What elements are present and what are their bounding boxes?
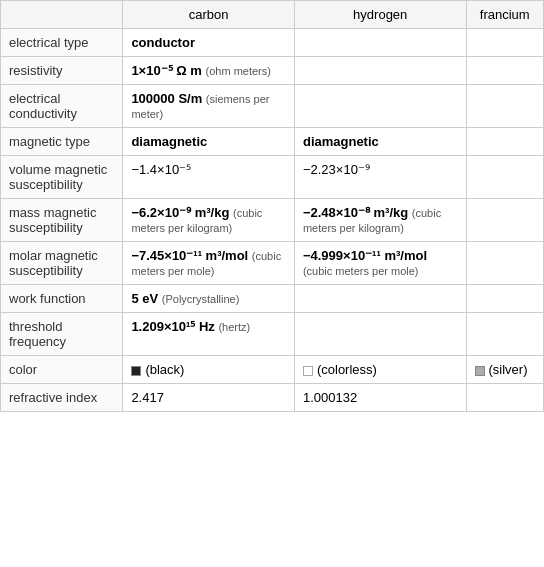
carbon-value: 5 eV (Polycrystalline): [123, 285, 295, 313]
hydrogen-value: (colorless): [294, 356, 466, 384]
table-row: volume magnetic susceptibility−1.4×10⁻⁵−…: [1, 156, 544, 199]
francium-value: (silver): [466, 356, 543, 384]
francium-value: [466, 156, 543, 199]
table-row: resistivity1×10⁻⁵ Ω m (ohm meters): [1, 57, 544, 85]
table-row: color(black)(colorless)(silver): [1, 356, 544, 384]
table-row: refractive index2.4171.000132: [1, 384, 544, 412]
table-row: work function5 eV (Polycrystalline): [1, 285, 544, 313]
carbon-value: −1.4×10⁻⁵: [123, 156, 295, 199]
property-label: electrical conductivity: [1, 85, 123, 128]
hydrogen-value: [294, 285, 466, 313]
francium-value: [466, 199, 543, 242]
francium-value: [466, 242, 543, 285]
property-label: refractive index: [1, 384, 123, 412]
carbon-value: (black): [123, 356, 295, 384]
header-francium: francium: [466, 1, 543, 29]
table-row: electrical conductivity100000 S/m (sieme…: [1, 85, 544, 128]
carbon-value: −6.2×10⁻⁹ m³/kg (cubic meters per kilogr…: [123, 199, 295, 242]
hydrogen-value: [294, 29, 466, 57]
properties-table: carbon hydrogen francium electrical type…: [0, 0, 544, 412]
property-label: threshold frequency: [1, 313, 123, 356]
hydrogen-value: −2.23×10⁻⁹: [294, 156, 466, 199]
francium-value: [466, 85, 543, 128]
carbon-value: 1.209×10¹⁵ Hz (hertz): [123, 313, 295, 356]
hydrogen-value: [294, 313, 466, 356]
hydrogen-value: [294, 85, 466, 128]
francium-value: [466, 57, 543, 85]
table-row: mass magnetic susceptibility−6.2×10⁻⁹ m³…: [1, 199, 544, 242]
table-row: molar magnetic susceptibility−7.45×10⁻¹¹…: [1, 242, 544, 285]
carbon-value: 1×10⁻⁵ Ω m (ohm meters): [123, 57, 295, 85]
header-hydrogen: hydrogen: [294, 1, 466, 29]
hydrogen-value: 1.000132: [294, 384, 466, 412]
table-row: magnetic typediamagneticdiamagnetic: [1, 128, 544, 156]
francium-value: [466, 128, 543, 156]
property-label: magnetic type: [1, 128, 123, 156]
property-label: work function: [1, 285, 123, 313]
carbon-value: diamagnetic: [123, 128, 295, 156]
property-label: electrical type: [1, 29, 123, 57]
property-label: resistivity: [1, 57, 123, 85]
carbon-value: conductor: [123, 29, 295, 57]
header-carbon: carbon: [123, 1, 295, 29]
hydrogen-value: diamagnetic: [294, 128, 466, 156]
carbon-value: 100000 S/m (siemens per meter): [123, 85, 295, 128]
francium-value: [466, 313, 543, 356]
carbon-value: 2.417: [123, 384, 295, 412]
francium-value: [466, 29, 543, 57]
francium-value: [466, 285, 543, 313]
francium-value: [466, 384, 543, 412]
property-label: volume magnetic susceptibility: [1, 156, 123, 199]
property-label: mass magnetic susceptibility: [1, 199, 123, 242]
table-row: electrical typeconductor: [1, 29, 544, 57]
property-label: molar magnetic susceptibility: [1, 242, 123, 285]
table-row: threshold frequency1.209×10¹⁵ Hz (hertz): [1, 313, 544, 356]
property-label: color: [1, 356, 123, 384]
hydrogen-value: −2.48×10⁻⁸ m³/kg (cubic meters per kilog…: [294, 199, 466, 242]
carbon-value: −7.45×10⁻¹¹ m³/mol (cubic meters per mol…: [123, 242, 295, 285]
hydrogen-value: [294, 57, 466, 85]
header-property: [1, 1, 123, 29]
hydrogen-value: −4.999×10⁻¹¹ m³/mol (cubic meters per mo…: [294, 242, 466, 285]
